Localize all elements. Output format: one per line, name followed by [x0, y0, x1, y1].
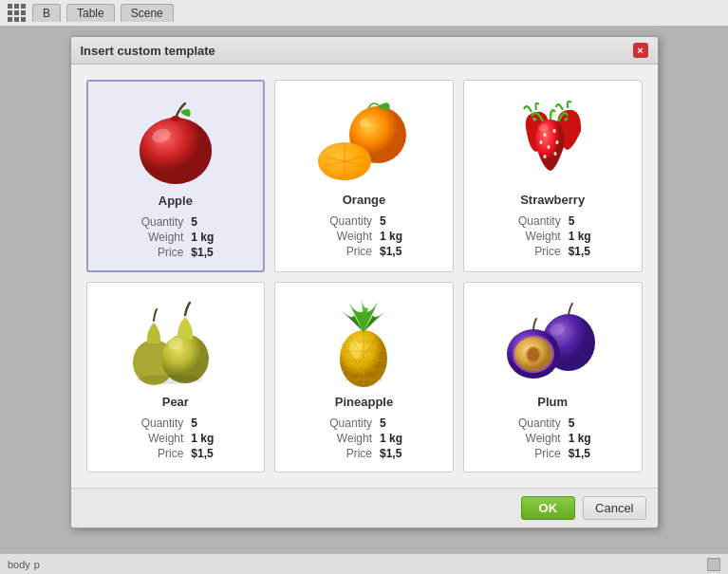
status-bar: body p [0, 553, 728, 574]
svg-point-22 [137, 375, 203, 384]
svg-point-1 [140, 118, 212, 184]
fruit-image-pear [119, 294, 233, 389]
svg-point-17 [553, 152, 556, 156]
fruit-card-strawberry[interactable]: Strawberry Quantity 5 Weight 1 kg [463, 80, 643, 272]
fruit-card-apple[interactable]: Apple Quantity 5 Weight 1 kg Pri [86, 80, 266, 272]
fruit-details-pear: Quantity 5 Weight 1 kg Price $1,5 [95, 417, 257, 462]
price-row-plum: Price $1,5 [472, 447, 634, 460]
fruit-card-pear[interactable]: Pear Quantity 5 Weight 1 kg Pric [86, 282, 266, 472]
fruit-details-strawberry: Quantity 5 Weight 1 kg Price $1,5 [472, 214, 634, 260]
main-area: Insert custom template × [0, 27, 728, 553]
svg-point-3 [171, 116, 180, 121]
fruit-image-strawberry [495, 92, 609, 187]
modal-header: Insert custom template × [71, 37, 658, 65]
weight-row-strawberry: Weight 1 kg [472, 230, 634, 243]
price-row-pineapple: Price $1,5 [283, 447, 445, 460]
fruit-name-orange: Orange [343, 193, 386, 207]
weight-label-apple: Weight [131, 231, 183, 244]
fruit-details-apple: Quantity 5 Weight 1 kg Price $1,5 [96, 215, 256, 261]
fruit-image-plum [495, 294, 609, 389]
modal-footer: OK Cancel [71, 488, 658, 528]
modal-overlay: Insert custom template × [0, 27, 728, 553]
weight-row-plum: Weight 1 kg [472, 432, 634, 445]
svg-point-40 [528, 348, 539, 361]
modal-dialog: Insert custom template × [70, 36, 659, 528]
fruit-name-pear: Pear [162, 395, 189, 409]
fruit-grid: Apple Quantity 5 Weight 1 kg Pri [86, 80, 643, 472]
grid-icon[interactable] [8, 4, 27, 23]
toolbar: B Table Scene [0, 0, 728, 27]
modal-body: Apple Quantity 5 Weight 1 kg Pri [71, 65, 658, 488]
close-button[interactable]: × [633, 43, 648, 58]
ok-button[interactable]: OK [521, 496, 576, 520]
weight-row-orange: Weight 1 kg [283, 230, 445, 243]
svg-point-16 [543, 155, 546, 158]
fruit-details-orange: Quantity 5 Weight 1 kg Price $1,5 [283, 214, 445, 260]
price-row-strawberry: Price $1,5 [472, 245, 634, 258]
fruit-image-apple [119, 93, 233, 188]
fruit-name-plum: Plum [537, 395, 568, 409]
tab-b[interactable]: B [32, 4, 61, 22]
status-p: p [34, 559, 40, 570]
quantity-label-apple: Quantity [131, 215, 183, 229]
cancel-button[interactable]: Cancel [583, 496, 645, 520]
scrollbar-corner [707, 558, 720, 571]
svg-point-5 [360, 119, 369, 128]
svg-point-13 [547, 145, 550, 149]
fruit-image-pineapple [307, 294, 420, 389]
fruit-image-orange [307, 92, 420, 187]
tab-table[interactable]: Table [66, 4, 115, 22]
weight-row-apple: Weight 1 kg [96, 231, 256, 244]
quantity-row-plum: Quantity 5 [472, 417, 634, 430]
fruit-card-plum[interactable]: Plum Quantity 5 Weight 1 kg Pric [463, 282, 643, 472]
quantity-row-apple: Quantity 5 [96, 215, 256, 229]
quantity-value-apple: 5 [191, 215, 219, 229]
price-row-orange: Price $1,5 [283, 245, 445, 258]
fruit-details-plum: Quantity 5 Weight 1 kg Price $1,5 [472, 417, 634, 462]
quantity-row-orange: Quantity 5 [283, 214, 445, 228]
fruit-name-apple: Apple [159, 194, 193, 208]
price-value-apple: $1,5 [191, 246, 219, 259]
quantity-row-strawberry: Quantity 5 [472, 214, 634, 228]
modal-title: Insert custom template [81, 44, 215, 58]
price-row-apple: Price $1,5 [96, 246, 256, 259]
price-row-pear: Price $1,5 [95, 447, 257, 460]
fruit-card-orange[interactable]: Orange Quantity 5 Weight 1 kg Pr [274, 80, 454, 272]
quantity-row-pear: Quantity 5 [95, 417, 257, 430]
fruit-name-pineapple: Pineapple [335, 395, 393, 409]
fruit-name-strawberry: Strawberry [520, 193, 585, 207]
quantity-row-pineapple: Quantity 5 [283, 417, 445, 430]
weight-row-pineapple: Weight 1 kg [283, 432, 445, 445]
weight-value-apple: 1 kg [191, 231, 219, 244]
weight-row-pear: Weight 1 kg [95, 432, 257, 445]
tab-scene[interactable]: Scene [121, 4, 174, 22]
fruit-card-pineapple[interactable]: Pineapple Quantity 5 Weight 1 kg [274, 282, 454, 472]
price-label-apple: Price [131, 246, 183, 259]
status-body: body [8, 559, 30, 570]
fruit-details-pineapple: Quantity 5 Weight 1 kg Price $1,5 [283, 417, 445, 462]
